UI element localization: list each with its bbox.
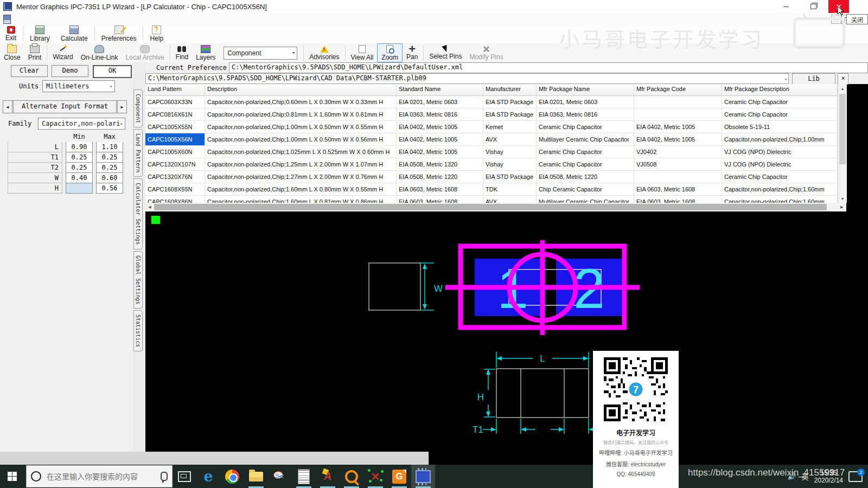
start-button[interactable]: [0, 465, 24, 488]
table-row[interactable]: CAPC1320X107NCapacitor,non-polarized,Chi…: [145, 158, 838, 171]
toolbar-layers[interactable]: Layers: [192, 44, 219, 62]
table-header-cell[interactable]: Land Pattern: [145, 84, 205, 95]
toolbar-online-link-label: On-Line-Link: [81, 54, 118, 61]
table-header-cell[interactable]: Manufacturer: [483, 84, 537, 95]
table-row[interactable]: CAPC1320X76NCapacitor,non-polarized,Chip…: [145, 171, 838, 183]
taskbar-search-tool[interactable]: [340, 465, 363, 488]
table-horizontal-scrollbar[interactable]: ◀ ▶: [145, 203, 846, 211]
dim-max-input[interactable]: 0.56: [96, 183, 123, 194]
taskbar-pads-router[interactable]: ✕: [363, 465, 387, 488]
table-cell: VJ0508: [634, 158, 722, 170]
toolbar-wizard[interactable]: Wizard: [49, 44, 76, 62]
table-cell: Obsolete 5-19-11: [722, 121, 838, 133]
toolbar-modify-pins[interactable]: Modify Pins: [465, 44, 507, 62]
microphone-icon[interactable]: [161, 472, 168, 481]
dim-min-input-focused[interactable]: [66, 183, 93, 194]
taskbar-clock[interactable]: 15:35 2020/2/14: [814, 469, 843, 484]
dimension-grid: Min Max L 0.90 1.10 T1 0.25 0.25 T2 0.25…: [8, 132, 123, 194]
horizontal-scroll-thumb[interactable]: [154, 204, 827, 210]
taskbar-file-explorer[interactable]: [244, 465, 268, 488]
g-app-icon: G: [392, 470, 406, 484]
scroll-down-icon[interactable]: ▼: [838, 194, 847, 203]
toolbar-view-all[interactable]: View All: [347, 44, 378, 62]
taskbar-pads-layout[interactable]: A: [316, 465, 340, 488]
search-input[interactable]: [46, 472, 156, 481]
family-select[interactable]: Capacitor,non-polari ▾: [38, 118, 125, 130]
taskbar-g-app[interactable]: G: [387, 465, 411, 488]
restore-button[interactable]: [803, 0, 824, 13]
dim-min-input[interactable]: 0.90: [66, 142, 93, 152]
toolbar-close[interactable]: Close: [0, 44, 24, 62]
dim-min-input[interactable]: 0.25: [66, 163, 93, 173]
component-select[interactable]: Component ▾: [224, 47, 297, 60]
taskbar-edge[interactable]: e: [196, 465, 220, 488]
taskbar-search[interactable]: [26, 465, 173, 487]
alt-format-prev-button[interactable]: ◀: [3, 100, 12, 113]
menu-exit[interactable]: Exit: [0, 24, 22, 43]
preference-path-field[interactable]: C:\MentorGraphics\9.5PADS\SDD_HOME\LPWiz…: [229, 62, 868, 73]
side-tab-component[interactable]: Component: [133, 89, 143, 127]
dim-max-input[interactable]: 0.60: [96, 173, 123, 183]
table-row[interactable]: CAPC0603X33NCapacitor,non-polarized,Chip…: [145, 96, 838, 108]
menu-help[interactable]: Help: [144, 24, 169, 43]
task-view-button[interactable]: [173, 465, 196, 488]
menu-library[interactable]: Library: [24, 24, 55, 43]
ok-button[interactable]: OK: [93, 65, 132, 78]
toolbar-advisories[interactable]: Advisories: [305, 44, 343, 62]
table-row[interactable]: CAPC1005X60NCapacitor,non-polarized,Chip…: [145, 146, 838, 158]
library-close-button[interactable]: ×: [838, 73, 848, 85]
alternate-input-format-button[interactable]: Alternate Input Format: [13, 100, 117, 113]
table-row[interactable]: CAPC0816X61NCapacitor,non-polarized,Chip…: [145, 108, 838, 121]
taskbar-calculator[interactable]: [292, 465, 316, 488]
table-row[interactable]: CAPC1005X56NCapacitor,non-polarized,Chip…: [145, 133, 838, 146]
close-button[interactable]: ✕: [828, 0, 849, 13]
demo-button[interactable]: Demo: [52, 65, 88, 77]
toolbar-select-pins[interactable]: Select Pins: [425, 44, 465, 62]
toolbar-local-archive[interactable]: Local Archive: [122, 44, 168, 62]
vertical-scroll-thumb[interactable]: [839, 94, 846, 164]
side-tab-global-settings[interactable]: Global Settings: [133, 251, 143, 309]
table-row[interactable]: CAPC1608X55NCapacitor,non-polarized,Chip…: [145, 183, 838, 196]
input-method-indicator[interactable]: 英: [802, 471, 809, 481]
toolbar-zoom[interactable]: Zoom: [377, 43, 403, 62]
scroll-right-icon[interactable]: ▶: [838, 203, 846, 211]
dim-max-input[interactable]: 0.25: [96, 163, 123, 173]
table-header-cell[interactable]: Mfr Package Description: [722, 84, 838, 95]
toolbar-print[interactable]: Print: [24, 44, 46, 62]
library-path-combobox[interactable]: C:\MentorGraphics\9.5PADS\SDD_HOME\LPWiz…: [145, 73, 789, 84]
dim-min-input[interactable]: 0.40: [66, 173, 93, 183]
alt-format-next-button[interactable]: ▶: [117, 100, 127, 113]
dim-max-input[interactable]: 1.10: [96, 142, 123, 152]
table-header-cell[interactable]: Mfr Package Code: [634, 84, 722, 95]
chevron-down-icon[interactable]: ▾: [784, 75, 787, 84]
lib-button[interactable]: Lib: [792, 73, 835, 85]
menu-calculate[interactable]: Calculate: [55, 24, 93, 43]
taskbar-snipping-tool[interactable]: ✂: [268, 465, 292, 488]
minimize-button[interactable]: [776, 0, 796, 13]
scroll-left-icon[interactable]: ◀: [145, 203, 154, 211]
scroll-up-icon[interactable]: ▲: [838, 84, 847, 93]
clear-button[interactable]: Clear: [11, 65, 48, 77]
mdi-minimize-button[interactable]: –: [831, 15, 841, 24]
side-tab-land-pattern[interactable]: Land Pattern: [133, 129, 143, 177]
toolbar-find[interactable]: Find: [172, 44, 192, 62]
notification-center-icon[interactable]: 2: [848, 471, 863, 482]
table-row[interactable]: CAPC1005X55NCapacitor,non-polarized,Chip…: [145, 121, 838, 133]
units-select[interactable]: Millimeters ▾: [42, 80, 115, 92]
table-header-cell[interactable]: Description: [205, 84, 397, 95]
taskbar-chrome[interactable]: [220, 465, 244, 488]
dim-min-input[interactable]: 0.25: [66, 152, 93, 163]
taskbar-lp-wizard-active[interactable]: [411, 465, 435, 488]
speaker-icon[interactable]: 🔊: [787, 472, 796, 480]
side-tab-calculator-settings[interactable]: Calculator Settings: [133, 178, 143, 249]
footprint-canvas[interactable]: W 1 2 L: [145, 211, 868, 452]
side-tab-statistics[interactable]: Statistics: [133, 310, 143, 351]
toolbar-pan[interactable]: ✛ Pan: [403, 44, 422, 62]
menu-preferences[interactable]: Preferences: [96, 24, 142, 43]
chevron-down-icon: ▾: [110, 84, 112, 89]
table-header-cell[interactable]: Mfr Package Name: [537, 84, 634, 95]
table-vertical-scrollbar[interactable]: ▲ ▼: [838, 84, 847, 203]
dim-max-input[interactable]: 0.25: [96, 152, 123, 163]
table-header-cell[interactable]: Standard Name: [397, 84, 483, 95]
toolbar-online-link[interactable]: On-Line-Link: [77, 44, 122, 62]
